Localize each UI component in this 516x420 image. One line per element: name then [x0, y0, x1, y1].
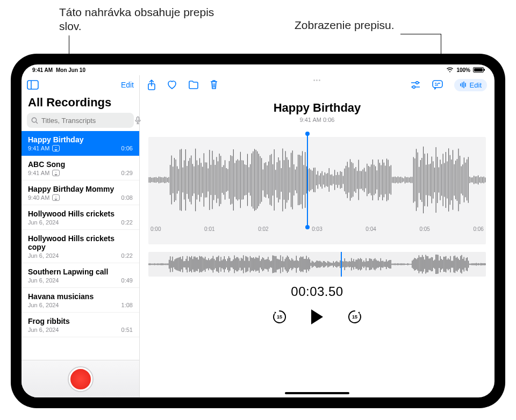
- svg-text:": ": [436, 82, 439, 87]
- waveform-small: [148, 252, 486, 277]
- waveform-large: [148, 137, 486, 223]
- battery-percent: 100%: [456, 67, 470, 73]
- detail-pane: •••: [140, 75, 494, 397]
- playback-settings-icon[interactable]: [410, 81, 421, 89]
- recording-item-title: Havana musicians: [28, 292, 133, 301]
- waveform-icon: [460, 81, 467, 89]
- recording-item-time: 9:41 AM: [28, 145, 49, 151]
- recording-item-title: Hollywood Hills crickets copy: [28, 234, 133, 251]
- sidebar: Edit All Recordings Happy Birthday9:41 A…: [22, 75, 140, 397]
- recording-item-duration: 0:08: [121, 194, 133, 201]
- recording-item-time: Jun 6, 2024: [28, 252, 59, 259]
- recording-item[interactable]: Havana musiciansJun 6, 20241:08: [22, 288, 139, 313]
- record-button[interactable]: [69, 367, 92, 391]
- ruler-tick: 0:00: [150, 226, 161, 232]
- ruler-tick: 0:06: [473, 226, 483, 232]
- ipad-screen: 9:41 AM Mon Jun 10 100% Edit: [22, 64, 494, 397]
- ruler-tick: 0:04: [366, 226, 376, 232]
- battery-icon: [473, 67, 484, 73]
- multitask-dots-icon[interactable]: •••: [313, 77, 321, 83]
- transcript-badge-icon: ": [52, 145, 60, 151]
- sidebar-edit-button[interactable]: Edit: [121, 81, 134, 89]
- svg-rect-4: [137, 117, 139, 121]
- edit-recording-button[interactable]: Edit: [454, 79, 487, 91]
- record-bar: [22, 360, 139, 397]
- ruler-tick: 0:02: [258, 226, 268, 232]
- recording-item[interactable]: Frog ribbitsJun 6, 20240:51: [22, 313, 139, 337]
- recording-item[interactable]: Happy Birthday Mommy9:40 AM"0:08: [22, 180, 139, 205]
- folder-icon[interactable]: [188, 81, 199, 89]
- transcript-badge-icon: ": [52, 170, 60, 176]
- status-time: 9:41 AM: [32, 67, 53, 73]
- search-input[interactable]: [41, 117, 132, 125]
- skip-forward-amount: 15: [352, 314, 357, 320]
- callout-transcript-badge: Táto nahrávka obsahuje prepis slov.: [59, 5, 220, 34]
- recording-item-duration: 0:06: [121, 145, 133, 151]
- recording-item[interactable]: Southern Lapwing callJun 6, 20240:49: [22, 263, 139, 288]
- waveform-overview[interactable]: [148, 252, 486, 277]
- recording-item-duration: 0:49: [121, 277, 133, 284]
- search-field[interactable]: [27, 113, 134, 128]
- recording-item[interactable]: Happy Birthday9:41 AM"0:06: [22, 131, 139, 156]
- recording-item-title: ABC Song: [28, 160, 133, 169]
- callout-line: [400, 34, 441, 34]
- transcript-button-icon[interactable]: ": [432, 79, 443, 90]
- recording-item-duration: 0:29: [121, 170, 133, 176]
- ruler-tick: 0:05: [419, 226, 429, 232]
- sidebar-title: All Recordings: [22, 95, 139, 113]
- recording-item-duration: 0:51: [121, 327, 133, 333]
- callout-transcript-button: Zobrazenie prepisu.: [295, 18, 395, 32]
- skip-back-amount: 15: [277, 314, 282, 320]
- sidebar-toggle-icon[interactable]: [27, 80, 39, 90]
- recording-item-duration: 0:22: [121, 219, 133, 226]
- wifi-icon: [446, 67, 454, 73]
- recording-item-title: Happy Birthday: [28, 135, 133, 144]
- timecode: 00:03.50: [140, 284, 494, 299]
- recording-item-time: 9:41 AM: [28, 170, 49, 176]
- ipad-frame: 9:41 AM Mon Jun 10 100% Edit: [11, 54, 505, 408]
- overview-playhead[interactable]: [341, 252, 342, 277]
- recording-item-title: Southern Lapwing call: [28, 267, 133, 276]
- share-icon[interactable]: [147, 79, 156, 90]
- play-button[interactable]: [311, 309, 323, 324]
- svg-point-11: [412, 86, 415, 89]
- transport-controls: 15 15: [140, 309, 494, 325]
- favorite-icon[interactable]: [167, 80, 177, 90]
- recording-subtitle: 9:41 AM 0:06: [140, 117, 494, 123]
- playhead[interactable]: [307, 134, 308, 227]
- status-date: Mon Jun 10: [56, 67, 85, 73]
- home-indicator[interactable]: [285, 392, 349, 394]
- recording-item[interactable]: ABC Song9:41 AM"0:29: [22, 156, 139, 180]
- recording-item-duration: 0:22: [121, 252, 133, 259]
- waveform-scrubber[interactable]: 0:000:010:020:030:040:050:06: [148, 137, 486, 244]
- recording-item-duration: 1:08: [121, 302, 133, 308]
- transcript-badge-icon: ": [52, 194, 60, 201]
- recording-list[interactable]: Happy Birthday9:41 AM"0:06ABC Song9:41 A…: [22, 131, 139, 360]
- skip-back-button[interactable]: 15: [271, 309, 288, 325]
- skip-forward-button[interactable]: 15: [347, 309, 363, 325]
- ruler-tick: 0:01: [204, 226, 214, 232]
- recording-item-time: Jun 6, 2024: [28, 327, 59, 333]
- recording-item-time: Jun 6, 2024: [28, 219, 59, 226]
- recording-item-title: Hollywood Hills crickets: [28, 209, 133, 218]
- svg-rect-0: [27, 81, 38, 89]
- recording-title[interactable]: Happy Birthday: [140, 101, 494, 115]
- time-ruler: 0:000:010:020:030:040:050:06: [148, 223, 486, 232]
- recording-item[interactable]: Hollywood Hills crickets copyJun 6, 2024…: [22, 230, 139, 263]
- svg-line-3: [36, 122, 38, 124]
- recording-item-time: Jun 6, 2024: [28, 277, 59, 284]
- svg-point-2: [32, 118, 36, 122]
- recording-item[interactable]: Hollywood Hills cricketsJun 6, 20240:22: [22, 205, 139, 230]
- ruler-tick: 0:03: [312, 226, 322, 232]
- recording-item-title: Frog ribbits: [28, 317, 133, 325]
- svg-point-9: [415, 82, 418, 84]
- search-icon: [31, 117, 38, 124]
- status-bar: 9:41 AM Mon Jun 10 100%: [22, 64, 494, 75]
- recording-item-time: 9:40 AM: [28, 194, 49, 201]
- recording-item-time: Jun 6, 2024: [28, 302, 59, 308]
- trash-icon[interactable]: [210, 79, 218, 90]
- edit-label: Edit: [470, 81, 482, 89]
- recording-item-title: Happy Birthday Mommy: [28, 185, 133, 193]
